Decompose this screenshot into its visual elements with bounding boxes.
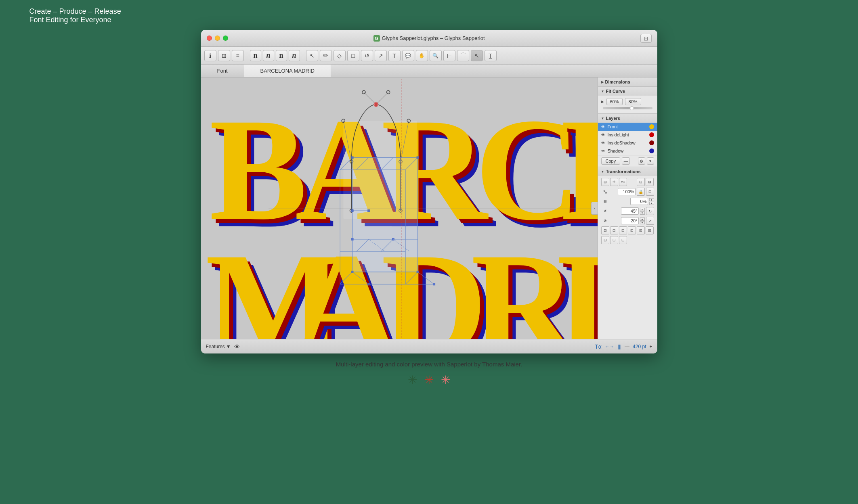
fit-curve-slider[interactable] [603,107,652,109]
fit-60-button[interactable]: 60% [606,98,623,105]
fit-curve-triangle: ▼ [601,90,604,93]
measure-button[interactable]: ⊢ [443,50,455,61]
layer-eye-shadow[interactable]: 👁 [601,149,605,153]
transform-icons-row-1: ⊞ ✛ Cx ⊟ ⊠ [601,178,654,186]
fit-curve-header[interactable]: ▼ Fit Curve [598,87,657,96]
lock-icon[interactable]: 🔒 [637,188,645,196]
undo-button[interactable]: ↺ [361,50,373,61]
panel-collapse-arrow[interactable]: › [591,202,598,215]
align-mid-left[interactable]: ⊡ [628,226,636,234]
slant-apply-icon[interactable]: ↗ [646,217,654,225]
link-button[interactable]: ↗ [375,50,387,61]
rect-tool-button[interactable]: □ [347,50,359,61]
text-button[interactable]: T [388,50,401,61]
svg-marker-48 [352,157,417,272]
transform-icon-link1[interactable]: ⊟ [637,178,645,186]
zoom-button[interactable]: 🔍 [430,50,442,61]
slant-down[interactable]: ▼ [640,221,645,224]
list-view-button[interactable]: ≡ [232,50,244,61]
features-dropdown-icon: ▼ [226,344,231,349]
node-tool-button[interactable]: ◇ [334,50,346,61]
scale-icon: ⤡ [601,188,609,196]
split-view-button[interactable]: ⊡ [640,34,652,43]
align-icon: ←→ [605,344,615,349]
maximize-button[interactable] [223,36,228,41]
layer-insideshadow[interactable]: 👁 InsideShadow [598,139,657,147]
transform-icon-cx[interactable]: Cx [619,178,627,186]
layer-eye-insideshadow[interactable]: 👁 [601,141,605,145]
align-bottom[interactable]: ←→ [605,344,615,349]
plus-button[interactable]: + [649,344,652,349]
pen-tool-button[interactable]: ✏ [320,50,332,61]
ruler-bottom[interactable]: ||| [618,344,621,349]
pointer-button[interactable]: ↖ [471,50,483,61]
curve-button[interactable]: ⌒ [457,50,469,61]
tab-barcelona[interactable]: BARCELONA MADRID [244,65,331,77]
canvas-area[interactable]: B B B A A A R R [201,77,598,339]
layer-insideshadow-name: InsideShadow [608,140,647,145]
glyph-n4-button[interactable]: n [289,50,300,61]
transform-icon-cross[interactable]: ✛ [610,178,618,186]
layer-front[interactable]: 👁 Front [598,123,657,131]
text-tool-bottom[interactable]: Tα [595,343,602,350]
align-top-right[interactable]: ⊡ [619,226,627,234]
transformations-triangle: ▼ [601,170,604,174]
layers-header[interactable]: ▼ Layers [598,114,657,123]
hand-button[interactable]: ✋ [416,50,428,61]
skew-stepper[interactable]: ▲ ▼ [649,198,654,205]
grid-view-button[interactable]: ⊞ [218,50,230,61]
transform-icon-link2[interactable]: ⊠ [646,178,654,186]
transformations-header[interactable]: ▼ Transformations [598,167,657,176]
layer-insidelight[interactable]: 👁 InsideLight [598,131,657,139]
flip-v[interactable]: ⊡ [610,236,618,244]
transform-icon-grid[interactable]: ⊞ [601,178,609,186]
copy-arrow-button[interactable]: ▼ [647,157,654,165]
dimensions-header[interactable]: ▶ Dimensions [598,77,657,86]
copy-icon-btn[interactable]: ⊡ [619,236,627,244]
tab-font[interactable]: Font [201,65,244,77]
eye-button[interactable]: 👁 [234,343,240,350]
copy-gear-button[interactable]: ⚙ [638,157,645,165]
slant-up[interactable]: ▲ [640,217,645,221]
skew-up[interactable]: ▲ [649,198,654,201]
app-window: G Glyphs Sapperlot.glyphs – Glyphs Sappe… [201,30,657,353]
layer-eye-insidelight[interactable]: 👁 [601,133,605,137]
minus-button[interactable]: — [625,344,629,349]
comment-button[interactable]: 💬 [402,50,414,61]
rotate-up[interactable]: ▲ [640,208,645,211]
ruler-icon: ||| [618,344,621,349]
layer-eye-front[interactable]: 👁 [601,125,605,129]
copy-dash-button[interactable]: — [622,157,630,165]
slant-input[interactable] [621,217,639,224]
align-top-center[interactable]: ⊡ [610,226,618,234]
rotate-apply-icon[interactable]: ↻ [646,207,654,215]
glyph-n2-button[interactable]: n [263,50,274,61]
minimize-button[interactable] [215,36,220,41]
rotate-stepper[interactable]: ▲ ▼ [640,208,645,215]
close-button[interactable] [207,36,212,41]
fit-80-button[interactable]: 80% [625,98,641,105]
slant-stepper[interactable]: ▲ ▼ [640,217,645,224]
align-top-left[interactable]: ⊡ [601,226,609,234]
svg-rect-75 [433,283,435,285]
skew-down[interactable]: ▼ [649,202,654,205]
rotate-down[interactable]: ▼ [640,211,645,215]
layer-shadow-name: Shadow [608,148,647,153]
glyph-n1-button[interactable]: n [250,50,261,61]
features-button[interactable]: Features ▼ [206,344,231,349]
info-button[interactable]: ℹ [204,50,216,61]
extra-button[interactable]: T̲ [485,50,497,61]
copy-button[interactable]: Copy [601,157,621,165]
select-tool-button[interactable]: ↖ [306,50,318,61]
scale-extra-icon[interactable]: ⊡ [646,188,654,196]
slider-handle[interactable] [630,106,634,110]
skew-input[interactable] [630,198,648,205]
flip-h[interactable]: ⊡ [601,236,609,244]
copy-row: Copy — ⚙ ▼ [598,155,657,167]
glyph-n3-button[interactable]: n [276,50,287,61]
rotate-input[interactable] [621,207,639,215]
scale-input[interactable] [618,188,636,195]
layer-shadow[interactable]: 👁 Shadow [598,147,657,155]
align-mid-center[interactable]: ⊡ [637,226,645,234]
align-mid-right[interactable]: ⊡ [646,226,654,234]
